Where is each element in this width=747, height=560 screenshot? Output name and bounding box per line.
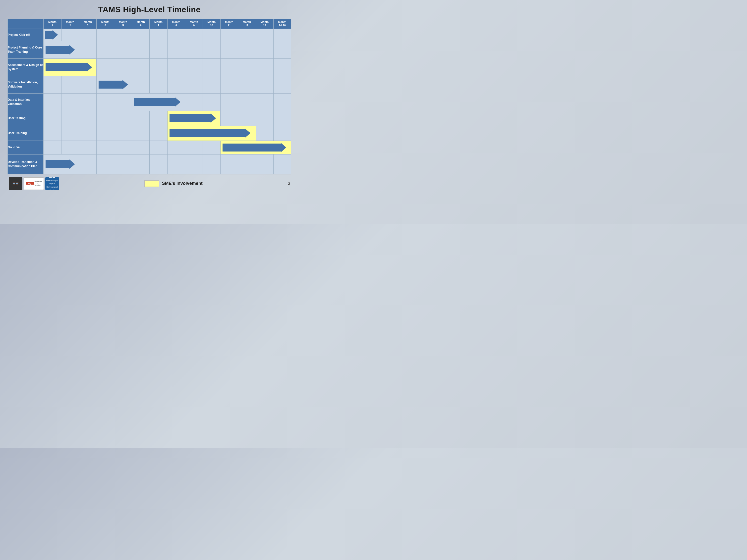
cell-kickoff-8	[167, 29, 185, 41]
cell-planning-14	[273, 41, 291, 58]
header-month-14-18: Month14-18	[273, 19, 291, 29]
cell-planning-12	[238, 41, 256, 58]
cell-utr-4	[97, 126, 114, 140]
cell-assessment-9	[185, 58, 203, 76]
cell-gl-6	[132, 140, 150, 154]
cell-ut-5	[114, 111, 132, 126]
cell-dev-1	[44, 154, 79, 174]
header-month-9: Month9	[185, 19, 203, 29]
cell-software-11	[220, 76, 238, 93]
cell-kickoff-9	[185, 29, 203, 41]
cell-software-9	[185, 76, 203, 93]
cell-dev-11	[220, 154, 238, 174]
cell-gl-3	[79, 140, 96, 154]
cell-kickoff-14	[273, 29, 291, 41]
cell-assessment-4	[97, 58, 114, 76]
cell-kickoff-10	[203, 29, 220, 41]
cell-dev-14	[273, 154, 291, 174]
cell-gl-10	[203, 140, 220, 154]
cell-utr-3	[79, 126, 96, 140]
cell-data-3	[79, 93, 96, 111]
cell-ut-8	[167, 111, 220, 126]
row-software: Software Installation, Validation	[8, 76, 291, 93]
header-month-5: Month5	[114, 19, 132, 29]
cell-data-9	[185, 93, 203, 111]
cell-dev-13	[256, 154, 273, 174]
cell-utr-2	[61, 126, 79, 140]
cell-dev-9	[185, 154, 203, 174]
cell-software-2	[61, 76, 79, 93]
cell-assessment-1	[44, 58, 97, 76]
header-month-3: Month3	[79, 19, 96, 29]
row-golive: Go -Live	[8, 140, 291, 154]
cell-gl-8	[167, 140, 185, 154]
header-month-13: Month13	[256, 19, 273, 29]
header-month-10: Month10	[203, 19, 220, 29]
cell-software-12	[238, 76, 256, 93]
cell-kickoff-1	[44, 29, 61, 41]
cell-ut-1	[44, 111, 61, 126]
cell-data-4	[97, 93, 114, 111]
row-planning: Project Planning & Core Team Training	[8, 41, 291, 58]
cell-data-12	[238, 93, 256, 111]
cell-gl-9	[185, 140, 203, 154]
cell-kickoff-6	[132, 29, 150, 41]
cell-assessment-10	[203, 58, 220, 76]
label-assessment: Assessment & Design of System	[8, 58, 44, 76]
logo-deq: DEQState of OregonDept ofEnvironmentalQu…	[45, 177, 59, 190]
cell-assessment-6	[132, 58, 150, 76]
legend-swatch	[145, 180, 159, 187]
header-row: Month1 Month2 Month3 Month4 Month5 Month…	[8, 19, 291, 29]
cell-planning-9	[185, 41, 203, 58]
cell-planning-8	[167, 41, 185, 58]
cell-utr-13	[256, 126, 273, 140]
cell-software-3	[79, 76, 96, 93]
cell-ut-13	[256, 111, 273, 126]
cell-ut-6	[132, 111, 150, 126]
cell-kickoff-4	[97, 29, 114, 41]
cell-assessment-11	[220, 58, 238, 76]
cell-utr-7	[150, 126, 167, 140]
cell-data-14	[273, 93, 291, 111]
header-month-11: Month11	[220, 19, 238, 29]
cell-kickoff-13	[256, 29, 273, 41]
cell-planning-3	[79, 41, 96, 58]
cell-data-11	[220, 93, 238, 111]
label-golive: Go -Live	[8, 140, 44, 154]
logo-ti: 👓	[9, 177, 22, 190]
cell-ut-2	[61, 111, 79, 126]
cell-ut-7	[150, 111, 167, 126]
cell-gl-7	[150, 140, 167, 154]
cell-assessment-13	[256, 58, 273, 76]
cell-ut-14	[273, 111, 291, 126]
label-usertraining: User Training	[8, 126, 44, 140]
cell-software-10	[203, 76, 220, 93]
cell-planning-11	[220, 41, 238, 58]
cell-gl-5	[114, 140, 132, 154]
page-title: TAMS High-Level Timeline	[7, 5, 291, 14]
cell-ut-4	[97, 111, 114, 126]
header-month-4: Month4	[97, 19, 114, 29]
header-month-12: Month12	[238, 19, 256, 29]
cell-kickoff-2	[61, 29, 79, 41]
label-software: Software Installation, Validation	[8, 76, 44, 93]
cell-utr-1	[44, 126, 61, 140]
cell-data-5	[114, 93, 132, 111]
cell-software-13	[256, 76, 273, 93]
cell-data-10	[203, 93, 220, 111]
cell-kickoff-11	[220, 29, 238, 41]
cell-dev-10	[203, 154, 220, 174]
cell-software-14	[273, 76, 291, 93]
cell-kickoff-3	[79, 29, 96, 41]
cell-dev-3	[79, 154, 96, 174]
cell-planning-5	[114, 41, 132, 58]
legend-label: SME's involvement	[162, 181, 202, 186]
header-month-8: Month8	[167, 19, 185, 29]
label-data: Data & Interface validation	[8, 93, 44, 111]
cell-kickoff-12	[238, 29, 256, 41]
cell-planning-7	[150, 41, 167, 58]
cell-planning-4	[97, 41, 114, 58]
header-month-1: Month1	[44, 19, 61, 29]
cell-planning-1	[44, 41, 79, 58]
cell-utr-8	[167, 126, 256, 140]
